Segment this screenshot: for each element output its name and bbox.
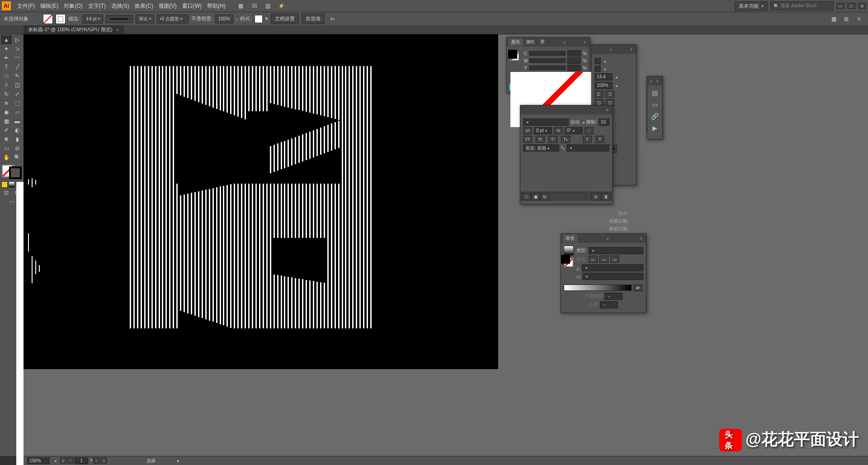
magic-wand-tool[interactable]: ✦ xyxy=(1,44,12,53)
opacity-input[interactable]: 100% xyxy=(215,14,233,24)
width-tool[interactable]: ≋ xyxy=(1,99,12,108)
gradient-mode-swatch[interactable] xyxy=(9,181,15,188)
workspace-dropdown[interactable]: 基本功能 xyxy=(735,1,768,11)
artboard-number[interactable]: 1 xyxy=(75,457,88,464)
document-tab[interactable]: 未标题-1* @ 100% (CMYK/GPU 预览) × xyxy=(24,25,124,34)
color-panel-header[interactable]: 颜色 属性 库 « × xyxy=(507,38,590,47)
graph-tool[interactable]: ▮ xyxy=(12,135,23,144)
links-icon[interactable]: 🔗 xyxy=(649,111,661,122)
gpu-icon[interactable]: ⚡ xyxy=(276,1,287,10)
magenta-input[interactable] xyxy=(567,57,581,64)
fill-stroke-control[interactable] xyxy=(1,164,23,180)
footer-btn5[interactable]: 🗑 xyxy=(601,193,610,200)
shaper-tool[interactable]: ◊ xyxy=(1,81,12,90)
canvas-area[interactable]: @花花平面设计 xyxy=(24,34,868,456)
stroke-color[interactable] xyxy=(9,166,22,179)
gradient-close[interactable]: × xyxy=(638,236,644,241)
minimize-button[interactable]: — xyxy=(836,3,844,9)
font-dropdown[interactable] xyxy=(523,119,569,126)
tracking-input[interactable]: 0 pt xyxy=(534,127,552,134)
rotation-input[interactable]: 0° xyxy=(565,127,583,134)
cap1[interactable]: ⊏ xyxy=(594,90,604,98)
none-swatch[interactable] xyxy=(510,71,514,76)
menu-effect[interactable]: 效果(C) xyxy=(132,2,156,10)
rectangle-tool[interactable]: □ xyxy=(1,71,12,81)
cyan-slider[interactable] xyxy=(529,51,566,56)
icon-strip-panel[interactable]: «× ▤ ▭ 🔗 ▶ xyxy=(646,76,663,139)
stroke-profile-dropdown[interactable]: 等比 xyxy=(136,14,154,24)
rotate-tool[interactable]: ↻ xyxy=(1,90,12,99)
grid-icon[interactable]: ▦ xyxy=(828,14,839,24)
selection-tool[interactable]: ▲ xyxy=(1,35,12,44)
gradient-swatch[interactable] xyxy=(564,246,574,256)
stroke-swatch[interactable] xyxy=(56,14,66,24)
paintbrush-tool[interactable]: ✎ xyxy=(12,71,23,81)
color-panel-collapse[interactable]: « xyxy=(561,40,568,45)
superscript-button[interactable]: T¹ xyxy=(548,136,557,143)
color-mode-swatch[interactable] xyxy=(1,181,8,188)
first-artboard[interactable]: |‹ xyxy=(60,457,66,464)
gradient-ramp[interactable] xyxy=(564,285,632,291)
stroke-profile-preview[interactable] xyxy=(106,15,133,23)
document-tab-close[interactable]: × xyxy=(116,27,119,33)
zoom-tool[interactable]: 🔍 xyxy=(12,153,23,162)
stroke-weight-input[interactable]: ⇕ 4 pt xyxy=(82,14,103,24)
free-transform-tool[interactable]: ⬚ xyxy=(12,99,23,108)
canvas[interactable] xyxy=(24,34,498,369)
grad-position-input[interactable] xyxy=(600,301,618,308)
footer-btn1[interactable]: □ xyxy=(522,193,531,200)
color-panel[interactable]: 颜色 属性 库 « × C% M xyxy=(506,37,590,93)
eyedropper-tool[interactable]: ✐ xyxy=(1,126,12,135)
prev-artboard[interactable]: ‹ xyxy=(67,457,74,464)
panel-collapse[interactable]: « xyxy=(608,47,614,52)
footer-btn2[interactable]: ▣ xyxy=(531,193,540,200)
align-icon[interactable]: ⊨ xyxy=(327,14,338,24)
char-panel-close[interactable]: × xyxy=(604,108,610,113)
document-setup-button[interactable]: 文档设置 xyxy=(271,14,299,24)
gradient-tool[interactable]: ▬ xyxy=(12,117,23,126)
smallcaps-button[interactable]: Tr xyxy=(536,136,545,143)
magenta-slider[interactable] xyxy=(529,58,566,63)
type-tool[interactable]: T xyxy=(1,62,12,71)
close-button[interactable]: ✕ xyxy=(858,3,866,9)
arrange-icon[interactable]: ▥ xyxy=(263,1,274,10)
artboard-tool[interactable]: ▭ xyxy=(1,144,12,153)
properties-tab[interactable]: 属性 xyxy=(523,38,538,46)
sw2[interactable] xyxy=(594,66,601,72)
subscript-button[interactable]: T₁ xyxy=(561,136,570,143)
gradient-collapse[interactable]: « xyxy=(604,236,611,241)
strip-collapse[interactable]: « xyxy=(648,79,655,84)
language-dropdown[interactable]: 英语: 美国 xyxy=(523,144,559,152)
gradient-tab[interactable]: 渐变 xyxy=(563,234,577,242)
actions-icon[interactable]: ▶ xyxy=(649,123,661,133)
gradient-panel[interactable]: 渐变 « × 类型: 描边:▬▬▬ △ ▭ ⇄ 不透明度 位置 xyxy=(561,233,646,313)
brush-dropdown[interactable]: • 3 点圆形 xyxy=(157,14,189,24)
search-input[interactable]: 🔍 搜索 Adobe Stock xyxy=(770,1,834,10)
maximize-button[interactable]: □ xyxy=(847,3,855,9)
dd2[interactable] xyxy=(603,66,606,71)
status-arrow[interactable]: ▸ xyxy=(177,458,179,463)
line-tool[interactable]: ╱ xyxy=(12,62,23,71)
char-panel-header[interactable]: × xyxy=(520,105,612,114)
menu-help[interactable]: 帮助(H) xyxy=(204,2,228,10)
direct-selection-tool[interactable]: ▷ xyxy=(12,35,23,44)
snap-icon[interactable]: ⊞ xyxy=(841,14,852,24)
shape-builder-tool[interactable]: ◉ xyxy=(1,108,12,117)
curvature-tool[interactable]: 〰 xyxy=(12,53,23,62)
cap2[interactable]: ⊐ xyxy=(605,90,614,98)
mesh-tool[interactable]: ▦ xyxy=(1,117,12,126)
slice-tool[interactable]: ⊘ xyxy=(12,144,23,153)
hand-tool[interactable]: ✋ xyxy=(1,153,12,162)
sw1[interactable] xyxy=(594,58,601,64)
extra-btn[interactable]: ▫ xyxy=(585,127,594,134)
perspective-tool[interactable]: ▱ xyxy=(12,108,23,117)
menu-file[interactable]: 文件(F) xyxy=(14,2,38,10)
opacity-arrow[interactable]: › xyxy=(236,16,238,22)
zoom-dropdown[interactable] xyxy=(53,458,57,463)
gs2[interactable]: ▬ xyxy=(599,256,609,263)
eraser-tool[interactable]: ◫ xyxy=(12,81,23,90)
panel-close[interactable]: × xyxy=(628,47,634,52)
reverse-gradient[interactable]: ⇄ xyxy=(633,284,642,291)
stock-icon[interactable]: St xyxy=(249,1,260,10)
cyan-input[interactable] xyxy=(567,50,581,57)
